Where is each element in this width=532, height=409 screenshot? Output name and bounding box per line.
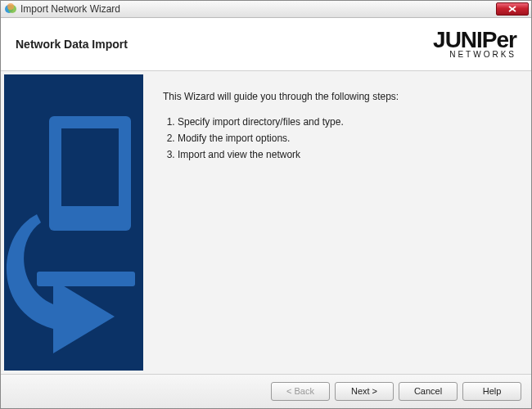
page-title: Network Data Import	[16, 38, 128, 51]
cancel-button[interactable]: Cancel	[399, 382, 458, 401]
list-item: Modify the import options.	[178, 132, 515, 146]
next-button[interactable]: Next >	[335, 382, 394, 401]
app-icon	[4, 2, 17, 16]
step-list: Specify import directory/files and type.…	[163, 115, 515, 161]
window-title: Import Network Wizard	[20, 3, 120, 15]
close-button[interactable]	[496, 2, 529, 16]
svg-rect-8	[37, 272, 135, 286]
wizard-footer: < Back Next > Cancel Help	[1, 375, 531, 408]
wizard-header: Network Data Import JUNIPer NETWORKS	[1, 18, 531, 71]
list-item: Specify import directory/files and type.	[178, 115, 515, 129]
sidebar-graphic	[4, 74, 143, 371]
import-arrow-icon	[4, 74, 143, 371]
intro-text: This Wizard will guide you through the f…	[163, 91, 515, 102]
svg-rect-7	[61, 128, 119, 206]
svg-point-2	[7, 3, 14, 10]
brand-logo: JUNIPer NETWORKS	[433, 29, 516, 59]
help-button[interactable]: Help	[462, 382, 521, 401]
wizard-body: This Wizard will guide you through the f…	[1, 71, 531, 375]
back-button: < Back	[271, 382, 330, 401]
list-item: Import and view the network	[178, 148, 515, 162]
logo-text-main: JUNIPer	[433, 29, 516, 50]
titlebar: Import Network Wizard	[1, 1, 531, 18]
wizard-window: Import Network Wizard Network Data Impor…	[0, 0, 532, 409]
wizard-content: This Wizard will guide you through the f…	[147, 71, 531, 374]
